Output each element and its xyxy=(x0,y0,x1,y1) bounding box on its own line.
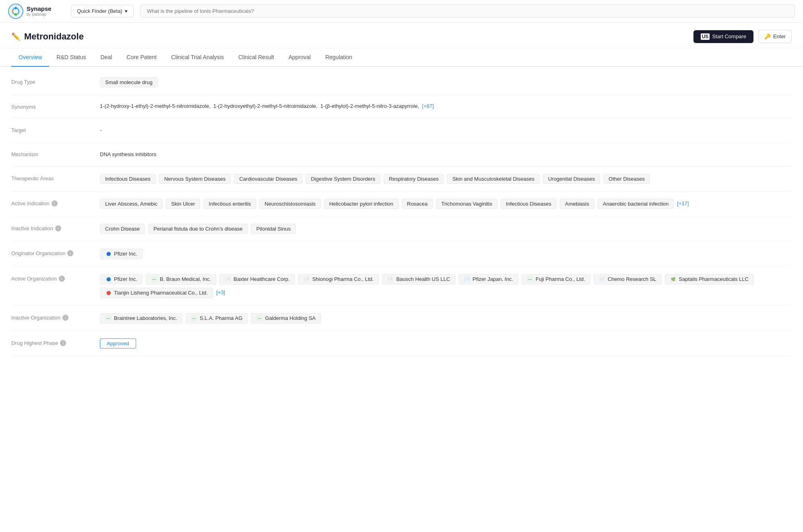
svg-point-3 xyxy=(14,13,17,16)
compare-icon: US xyxy=(701,33,710,40)
inactive-org-icon-1: — xyxy=(191,315,197,322)
org-name-0: Pfizer Inc. xyxy=(114,276,137,282)
drug-type-label: Drug Type xyxy=(11,77,92,85)
drug-highest-phase-value: Approved xyxy=(100,338,792,348)
originator-org-pfizer[interactable]: 🔵 Pfizer Inc. xyxy=(100,249,143,259)
svg-point-0 xyxy=(8,4,23,19)
tab-deal[interactable]: Deal xyxy=(93,48,120,67)
ai-tag-2: Infectious enteritis xyxy=(203,199,256,209)
originator-org-info-icon[interactable]: i xyxy=(67,250,73,256)
page-header: ✏️ Metronidazole US Start Compare 🔑 Ente… xyxy=(0,23,803,48)
mechanism-value: DNA synthesis inhibitors xyxy=(100,150,792,159)
org-icon-9: 🔴 xyxy=(105,290,112,296)
start-compare-label: Start Compare xyxy=(712,33,746,39)
active-org-4[interactable]: 📄 Bausch Health US LLC xyxy=(382,274,455,285)
target-text: - xyxy=(100,126,101,135)
tab-clinical-trial[interactable]: Clinical Trial Analysis xyxy=(164,48,231,67)
inactive-org-row: Inactive Organization i — Braintree Labo… xyxy=(11,306,792,331)
ta-tag-4: Respiratory Diseases xyxy=(384,174,444,184)
active-org-label: Active Organization i xyxy=(11,274,92,282)
therapeutic-areas-label: Therapeutic Areas xyxy=(11,174,92,181)
org-icon-4: 📄 xyxy=(387,276,394,282)
active-org-2[interactable]: 📄 Baxter Healthcare Corp. xyxy=(219,274,295,285)
svg-point-4 xyxy=(12,10,14,12)
org-name-3: Shionogi Pharma Co., Ltd. xyxy=(312,276,373,282)
active-indication-info-icon[interactable]: i xyxy=(52,200,58,206)
synonyms-more-link[interactable]: [+87] xyxy=(422,101,434,111)
synonyms-row: Synonyms 1-(2-hydroxy-1-ethyl)-2-methyl-… xyxy=(11,95,792,118)
ta-tag-1: Nervous System Diseases xyxy=(159,174,231,184)
tab-overview[interactable]: Overview xyxy=(11,48,49,67)
active-org-6[interactable]: — Fuji Pharma Co., Ltd. xyxy=(522,274,590,285)
search-input[interactable] xyxy=(140,4,795,18)
inactive-org-value: — Braintree Laboratories, Inc. — S.L.A. … xyxy=(100,313,792,324)
org-icon-5: 📄 xyxy=(464,276,470,282)
org-name-8: Saptalis Pharmaceuticals LLC xyxy=(679,276,749,282)
active-org-0[interactable]: 🔵 Pfizer Inc. xyxy=(100,274,143,285)
originator-org-name: Pfizer Inc. xyxy=(114,251,137,257)
mechanism-label: Mechanism xyxy=(11,150,92,157)
inactive-org-0[interactable]: — Braintree Laboratories, Inc. xyxy=(100,313,182,324)
org-icon-6: — xyxy=(527,276,533,282)
synonyms-text: 1-(2-hydroxy-1-ethyl)-2-methyl-5-nitroim… xyxy=(100,102,434,111)
tab-core-patent[interactable]: Core Patent xyxy=(119,48,164,67)
org-name-1: B. Braun Medical, Inc. xyxy=(160,276,211,282)
active-org-8[interactable]: 🌿 Saptalis Pharmaceuticals LLC xyxy=(665,274,754,285)
dropdown-icon: ▾ xyxy=(125,8,128,14)
ai-tag-9: Anaerobic bacterial infection xyxy=(598,199,674,209)
active-org-9[interactable]: 🔴 Tianjin Lisheng Pharmaceutical Co., Lt… xyxy=(100,288,213,298)
active-indication-more-link[interactable]: [+17] xyxy=(677,199,689,208)
quick-finder-button[interactable]: Quick Finder (Beta) ▾ xyxy=(71,5,134,17)
start-compare-button[interactable]: US Start Compare xyxy=(693,30,753,43)
drug-name-title: Metronidazole xyxy=(24,31,84,42)
active-org-5[interactable]: 📄 Pfizer Japan, Inc. xyxy=(459,274,518,285)
key-icon: 🔑 xyxy=(764,33,771,39)
inactive-org-info-icon[interactable]: i xyxy=(62,315,68,321)
tab-regulation[interactable]: Regulation xyxy=(318,48,360,67)
active-indication-row: Active Indication i Liver Abscess, Amebi… xyxy=(11,192,792,217)
active-org-3[interactable]: 📄 Shionogi Pharma Co., Ltd. xyxy=(298,274,379,285)
inactive-indication-info-icon[interactable]: i xyxy=(55,225,61,231)
mechanism-text: DNA synthesis inhibitors xyxy=(100,150,156,159)
ii-tag-1: Perianal fistula due to Crohn's disease xyxy=(148,224,248,234)
ta-tag-5: Skin and Musculoskeletal Diseases xyxy=(447,174,540,184)
active-org-info-icon[interactable]: i xyxy=(59,276,65,282)
synonyms-label: Synonyms xyxy=(11,102,92,110)
active-org-more-link[interactable]: [+3] xyxy=(216,288,225,297)
tab-rd-status[interactable]: R&D Status xyxy=(49,48,93,67)
ai-tag-0: Liver Abscess, Amebic xyxy=(100,199,163,209)
drug-type-value: Small molecule drug xyxy=(100,77,792,87)
target-row: Target - xyxy=(11,118,792,142)
ii-tag-2: Pilonidal Sinus xyxy=(251,224,296,234)
active-org-row: Active Organization i 🔵 Pfizer Inc. — B.… xyxy=(11,267,792,306)
active-org-1[interactable]: — B. Braun Medical, Inc. xyxy=(146,274,216,285)
quick-finder-label: Quick Finder (Beta) xyxy=(77,8,122,14)
ai-tag-7: Infectious Diseases xyxy=(501,199,557,209)
ai-tag-8: Amebiasis xyxy=(560,199,594,209)
overview-content: Drug Type Small molecule drug Synonyms 1… xyxy=(0,67,803,372)
approved-badge: Approved xyxy=(100,338,136,348)
pencil-icon: ✏️ xyxy=(11,32,20,41)
inactive-org-icon-0: — xyxy=(105,315,112,322)
pfizer-icon: 🔵 xyxy=(105,251,112,257)
originator-org-row: Originator Organization i 🔵 Pfizer Inc. xyxy=(11,241,792,267)
tab-approval[interactable]: Approval xyxy=(281,48,318,67)
org-name-2: Baxter Healthcare Corp. xyxy=(234,276,290,282)
enter-button[interactable]: 🔑 Enter xyxy=(758,30,792,43)
org-icon-8: 🌿 xyxy=(670,276,677,282)
ta-tag-7: Other Diseases xyxy=(603,174,650,184)
originator-org-value: 🔵 Pfizer Inc. xyxy=(100,249,792,259)
inactive-org-2[interactable]: — Galderma Holding SA xyxy=(251,313,321,324)
inactive-indication-value: Crohn Disease Perianal fistula due to Cr… xyxy=(100,224,792,234)
drug-type-row: Drug Type Small molecule drug xyxy=(11,70,792,95)
tab-bar: Overview R&D Status Deal Core Patent Cli… xyxy=(0,48,803,67)
drug-highest-phase-info-icon[interactable]: i xyxy=(60,340,66,346)
tab-clinical-result[interactable]: Clinical Result xyxy=(231,48,281,67)
inactive-org-icon-2: — xyxy=(256,315,263,322)
inactive-indication-label: Inactive Indication i xyxy=(11,224,92,231)
inactive-org-1[interactable]: — S.L.A. Pharma AG xyxy=(186,313,248,324)
active-org-7[interactable]: 📄 Chemo Research SL xyxy=(594,274,662,285)
logo-subtitle: by patsnap xyxy=(27,12,52,16)
ta-tag-3: Digestive System Disorders xyxy=(306,174,381,184)
ai-tag-5: Rosacea xyxy=(402,199,433,209)
